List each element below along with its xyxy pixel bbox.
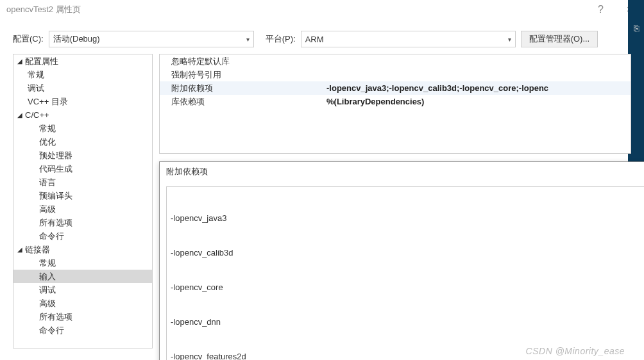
tree-item-cpp-codegen[interactable]: 代码生成 bbox=[13, 162, 152, 176]
tree-item-linker-cmd[interactable]: 命令行 bbox=[13, 323, 152, 337]
tree-item-linker-adv[interactable]: 高级 bbox=[13, 297, 152, 310]
dialog-titlebar: 附加依赖项 ? bbox=[160, 162, 644, 181]
prop-name: 强制符号引用 bbox=[160, 69, 326, 81]
prop-row-additional-deps[interactable]: 附加依赖项 -lopencv_java3;-lopencv_calib3d;-l… bbox=[160, 81, 631, 95]
platform-select[interactable]: ARM ▾ bbox=[301, 31, 516, 47]
tree-item-cpp[interactable]: ◢C/C++ bbox=[13, 108, 152, 122]
tree-item-config-properties[interactable]: ◢配置属性 bbox=[13, 54, 152, 68]
tree-item-linker-input[interactable]: 输入 bbox=[13, 270, 152, 283]
deps-editor[interactable]: -lopencv_java3 -lopencv_calib3d -lopencv… bbox=[166, 186, 644, 360]
dialog-title: 附加依赖项 bbox=[166, 166, 644, 177]
prop-row-ignore-default-lib[interactable]: 忽略特定默认库 bbox=[160, 54, 631, 68]
tree-item-cpp-all[interactable]: 所有选项 bbox=[13, 216, 152, 229]
config-label: 配置(C): bbox=[13, 33, 44, 45]
prop-value: -lopencv_java3;-lopencv_calib3d;-lopencv… bbox=[326, 83, 631, 93]
config-bar: 配置(C): 活动(Debug) ▾ 平台(P): ARM ▾ 配置管理器(O)… bbox=[0, 19, 644, 54]
tree-item-cpp-cmd[interactable]: 命令行 bbox=[13, 229, 152, 243]
prop-name: 库依赖项 bbox=[160, 96, 326, 108]
tree-item-linker-all[interactable]: 所有选项 bbox=[13, 310, 152, 323]
tree-item-cpp-opt[interactable]: 优化 bbox=[13, 135, 152, 149]
prop-row-lib-deps[interactable]: 库依赖项 %(LibraryDependencies) bbox=[160, 95, 631, 108]
tree-item-cpp-lang[interactable]: 语言 bbox=[13, 176, 152, 189]
prop-name: 忽略特定默认库 bbox=[160, 56, 326, 67]
config-manager-button[interactable]: 配置管理器(O)... bbox=[521, 31, 598, 47]
config-select-value: 活动(Debug) bbox=[53, 33, 100, 45]
caret-down-icon: ◢ bbox=[17, 246, 25, 253]
tree-item-cpp-prep[interactable]: 预处理器 bbox=[13, 149, 152, 162]
tree-panel: ◢配置属性 常规 调试 VC++ 目录 ◢C/C++ 常规 优化 预处理器 代码… bbox=[13, 54, 153, 348]
tree-item-cpp-adv[interactable]: 高级 bbox=[13, 202, 152, 216]
caret-down-icon: ◢ bbox=[17, 58, 25, 65]
config-select[interactable]: 活动(Debug) ▾ bbox=[49, 31, 254, 47]
tree-item-linker-debug[interactable]: 调试 bbox=[13, 283, 152, 297]
tree-item-general[interactable]: 常规 bbox=[13, 68, 152, 81]
tree-item-cpp-pch[interactable]: 预编译头 bbox=[13, 189, 152, 202]
tree-item-vcdirs[interactable]: VC++ 目录 bbox=[13, 95, 152, 108]
window-titlebar: opencvTest2 属性页 ? × bbox=[0, 0, 644, 19]
platform-select-value: ARM bbox=[305, 35, 324, 44]
caret-down-icon: ◢ bbox=[17, 111, 25, 119]
chevron-down-icon: ▾ bbox=[508, 36, 511, 43]
prop-row-force-symbol-ref[interactable]: 强制符号引用 bbox=[160, 68, 631, 81]
tree-item-cpp-general[interactable]: 常规 bbox=[13, 122, 152, 135]
config-manager-label: 配置管理器(O)... bbox=[529, 33, 590, 45]
right-panel-icon: ⎘ bbox=[628, 19, 644, 33]
tree-item-debug[interactable]: 调试 bbox=[13, 81, 152, 95]
property-grid: 忽略特定默认库 强制符号引用 附加依赖项 -lopencv_java3;-lop… bbox=[159, 54, 631, 154]
watermark: CSDN @Minority_ease bbox=[526, 346, 625, 356]
help-button[interactable]: ? bbox=[586, 0, 615, 19]
tree-item-linker[interactable]: ◢链接器 bbox=[13, 243, 152, 256]
platform-label: 平台(P): bbox=[266, 33, 296, 45]
chevron-down-icon: ▾ bbox=[246, 36, 250, 43]
prop-name: 附加依赖项 bbox=[160, 83, 326, 94]
window-title: opencvTest2 属性页 bbox=[6, 4, 586, 15]
additional-deps-dialog: 附加依赖项 ? -lopencv_java3 -lopencv_calib3d … bbox=[159, 161, 644, 360]
prop-value: %(LibraryDependencies) bbox=[326, 97, 631, 106]
tree-item-linker-general[interactable]: 常规 bbox=[13, 256, 152, 270]
